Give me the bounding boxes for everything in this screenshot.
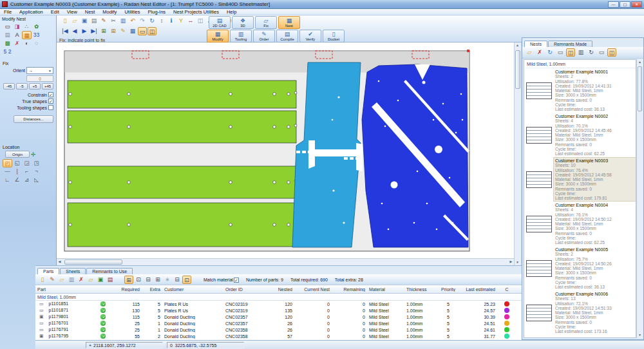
menu-item[interactable]: Help — [223, 9, 240, 15]
minimize-button[interactable]: — — [608, 1, 619, 8]
next-nest-icon[interactable]: ▶ — [80, 27, 89, 35]
checkbox[interactable]: ✓ — [48, 92, 53, 97]
align-bottom-left-icon[interactable]: ◱ — [12, 159, 22, 167]
redo-icon[interactable]: ↷ — [138, 17, 147, 25]
col-required[interactable]: Required — [109, 287, 142, 292]
distances-button[interactable]: Distances... — [14, 115, 53, 123]
previous-nest-icon[interactable]: ◀ — [70, 27, 79, 35]
scroll-left-icon[interactable]: ◀ — [57, 259, 62, 265]
canvas-horizontal-scrollbar[interactable]: ◀ ▶ — [57, 258, 514, 265]
parts-table-header[interactable]: Part Required Extra Customer Order ID Ne… — [35, 286, 522, 294]
scrollbar-thumb[interactable] — [515, 50, 520, 89]
view-refresh-icon[interactable]: ↻ — [587, 48, 596, 57]
text-tool-icon[interactable]: A — [12, 31, 22, 39]
table-row[interactable]: ▭ p1176791 ✓ 25 1 Donald Ducting CNC0235… — [35, 326, 522, 333]
corner-right-icon[interactable]: ¬ — [32, 167, 41, 176]
screen-icon[interactable]: ▭ — [3, 23, 12, 31]
save-icon[interactable]: ▣ — [80, 17, 89, 25]
pencil-icon[interactable]: ✎ — [99, 17, 108, 25]
workflow-button[interactable]: ▤ 2D CAD — [209, 16, 231, 29]
array-pair-icon[interactable]: 33 — [32, 31, 41, 39]
scroll-up-icon[interactable]: ▲ — [515, 42, 520, 48]
col-part[interactable]: Part — [35, 287, 97, 292]
col-order-id[interactable]: Order ID — [223, 287, 265, 292]
col-thickness[interactable]: Thickness — [404, 287, 437, 292]
triangle-left-icon[interactable]: ◺ — [32, 176, 41, 184]
origin-button[interactable]: Origin — [5, 151, 30, 158]
col-material[interactable]: Material — [367, 287, 404, 292]
report-part-icon[interactable]: ▤ — [106, 276, 115, 284]
new-part-icon[interactable]: ▯ — [38, 276, 47, 284]
edit-sequence-icon[interactable]: ✎ — [118, 27, 128, 35]
parts-panel-tab[interactable]: Remnants to Use — [86, 268, 133, 274]
print-icon[interactable]: ▤ — [90, 17, 99, 25]
view-detail-icon[interactable]: ⊞ — [153, 276, 162, 284]
window-icon[interactable]: ◫ — [196, 17, 205, 25]
nest-entry[interactable]: ▱Customer Example N0004 Sheets: 4 Utilis… — [526, 202, 636, 245]
nests-scrollbar[interactable]: ▲ ▼ — [636, 59, 643, 338]
checkbox[interactable]: ✓ — [48, 99, 53, 104]
scrollbar-thumb[interactable] — [64, 259, 122, 265]
col-extra[interactable]: Extra — [142, 287, 162, 292]
fit-view-icon[interactable]: ↕ — [157, 17, 166, 25]
checkbox[interactable] — [48, 105, 53, 110]
sequence-icon[interactable]: 5 2 — [3, 48, 12, 56]
single-window-icon[interactable]: ▭ — [138, 27, 147, 35]
orient-dropdown[interactable]: → ▼ — [26, 67, 53, 74]
insert-nest-icon[interactable]: ⊞ — [109, 27, 118, 35]
exit-nest-icon[interactable]: ◨ — [12, 23, 22, 31]
apply-part-icon[interactable]: ▣ — [96, 276, 105, 284]
align-top-left-icon[interactable]: ◰ — [3, 159, 12, 167]
align-top-right-icon[interactable]: ◳ — [32, 159, 41, 167]
angle-step-button[interactable]: -5 — [16, 83, 28, 90]
workflow-button[interactable]: ▯ Docket — [323, 30, 345, 42]
delete-part-icon[interactable]: ✗ — [77, 276, 86, 284]
maximize-button[interactable]: ▢ — [620, 1, 630, 8]
view-large-icons-icon[interactable]: ▭ — [556, 48, 565, 57]
angle-measure-icon[interactable]: ∠ — [12, 176, 22, 184]
match-material-checkbox[interactable]: ✓ — [234, 278, 239, 283]
view-group-icon[interactable]: ⊟ — [173, 276, 182, 284]
menu-item[interactable]: Nest Projects Utilities — [169, 9, 223, 15]
menu-item[interactable]: View — [63, 9, 81, 15]
view-columns-icon[interactable]: ⊡ — [182, 276, 191, 284]
workflow-button[interactable]: ▦ Nest — [278, 16, 300, 29]
import-part-icon[interactable]: ▱ — [57, 276, 66, 284]
col-current-nest[interactable]: Current Nest — [294, 287, 332, 292]
scrollbar-thumb[interactable] — [638, 66, 642, 111]
nest-properties-icon[interactable]: ↻ — [545, 48, 554, 57]
dark-blue-parts[interactable] — [362, 64, 469, 247]
open-part-icon[interactable]: ▱ — [86, 276, 95, 284]
nest-entry[interactable]: ▱Customer Example N0005 Sheets: 2 Utilis… — [526, 247, 636, 290]
delete-part-icon[interactable]: ✗ — [12, 39, 22, 48]
col-nested[interactable]: Nested — [265, 287, 294, 292]
corner-top-icon[interactable]: ⌐ — [22, 167, 32, 176]
angle-input[interactable]: 0 — [26, 75, 53, 82]
workflow-button[interactable]: ✔ Verify — [299, 30, 321, 42]
table-row[interactable]: ▣ p1179801 ✓ 115 5 Donald Ducting CNC023… — [35, 314, 522, 320]
nest-entry[interactable]: ▱Customer Example N0006 Sheets: 13 Utili… — [526, 291, 636, 334]
align-vertical-icon[interactable]: | — [12, 167, 22, 176]
view-small-icons-icon[interactable]: ▭ — [597, 48, 606, 57]
delete-nest-icon[interactable]: ✗ — [535, 48, 544, 57]
menu-item[interactable]: Application — [15, 9, 47, 15]
add-sheet-icon[interactable]: ⊞ — [99, 27, 108, 35]
col-priority[interactable]: Priority — [437, 287, 460, 292]
title-bar[interactable]: Customer Example N0003 (Customer Example… — [0, 0, 644, 9]
workflow-button[interactable]: ✎ Order — [253, 30, 275, 42]
canvas-vertical-scrollbar[interactable]: ▲ ▼ — [514, 42, 521, 265]
angle-step-button[interactable]: -45 — [3, 83, 15, 90]
open-drawing-icon[interactable]: ▱ — [70, 17, 79, 25]
info-icon[interactable]: ℹ — [167, 17, 176, 25]
workflow-button[interactable]: ▱ Fix — [255, 16, 277, 29]
last-nest-icon[interactable]: ▶| — [90, 27, 99, 35]
material-group-row[interactable]: Mild Steel, 1.00mm — [35, 294, 522, 301]
col-remaining[interactable]: Remaining — [332, 287, 367, 292]
menu-item[interactable]: Edit — [47, 9, 63, 15]
table-row[interactable]: ▣ p1176795 ✓ 55 2 Donald Ducting CNC0235… — [35, 333, 522, 339]
lead-in-icon[interactable]: ✿ — [32, 23, 41, 31]
refresh-icon[interactable]: ↻ — [147, 17, 156, 25]
tiled-window-icon[interactable]: ◫ — [147, 27, 156, 35]
view-tiles-icon[interactable]: ⊞ — [124, 276, 133, 284]
col-customer[interactable]: Customer — [162, 287, 223, 292]
